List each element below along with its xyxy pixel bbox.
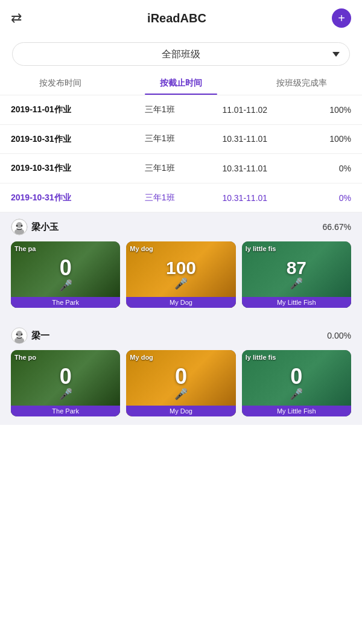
assignment-class: 三年1班 bbox=[124, 133, 195, 144]
svg-point-9 bbox=[16, 334, 18, 336]
assignment-class: 三年1班 bbox=[124, 193, 195, 203]
assignment-title: 2019-10-31作业 bbox=[11, 133, 124, 145]
student-name-row-2: 梁一 bbox=[11, 327, 49, 344]
assignment-date: 10.31-11.01 bbox=[195, 134, 295, 144]
add-button[interactable]: + bbox=[332, 8, 351, 28]
tab-class-rate[interactable]: 按班级完成率 bbox=[241, 72, 362, 95]
books-row-2: The po 0 🎤 The Park My dog 0 🎤 My Dog ly… bbox=[11, 350, 351, 416]
assignment-class: 三年1班 bbox=[124, 104, 195, 115]
microphone-icon: 🎤 bbox=[290, 277, 303, 290]
student-name-1: 梁小玉 bbox=[31, 222, 59, 233]
microphone-icon: 🎤 bbox=[174, 277, 188, 290]
student-header-2: 梁一 0.00% bbox=[11, 327, 351, 344]
book-label: The Park bbox=[11, 406, 120, 416]
table-row[interactable]: 2019-10-31作业 三年1班 10.31-11.01 100% bbox=[0, 125, 362, 155]
assignment-date: 10.31-11.01 bbox=[195, 193, 295, 203]
assignment-list: 2019-11-01作业 三年1班 11.01-11.02 100% 2019-… bbox=[0, 95, 362, 212]
student-rate-2: 0.00% bbox=[327, 331, 351, 340]
tab-deadline-time[interactable]: 按截止时间 bbox=[121, 72, 241, 95]
section-divider bbox=[0, 316, 362, 321]
student-section-2: 梁一 0.00% The po 0 🎤 The Park My dog 0 🎤 … bbox=[0, 321, 362, 425]
book-score: 0 bbox=[175, 366, 187, 387]
student-avatar-2 bbox=[11, 327, 28, 344]
table-row[interactable]: 2019-10-31作业 三年1班 10.31-11.01 0% bbox=[0, 183, 362, 213]
assignment-rate: 100% bbox=[294, 134, 351, 144]
microphone-icon: 🎤 bbox=[174, 387, 188, 401]
assignment-rate: 0% bbox=[294, 164, 351, 173]
book-score: 87 bbox=[287, 259, 306, 277]
book-label: My Dog bbox=[126, 297, 235, 308]
book-score: 0 bbox=[60, 366, 72, 387]
table-row[interactable]: 2019-10-31作业 三年1班 10.31-11.01 0% bbox=[0, 154, 362, 183]
assignment-rate: 100% bbox=[294, 105, 351, 115]
student-header-1: 梁小玉 66.67% bbox=[11, 218, 351, 235]
book-card-dog-2[interactable]: My dog 0 🎤 My Dog bbox=[126, 350, 235, 416]
student-name-2: 梁一 bbox=[31, 330, 49, 342]
tabs-bar: 按发布时间 按截止时间 按班级完成率 bbox=[0, 72, 362, 95]
microphone-icon: 🎤 bbox=[59, 279, 72, 292]
dropdown-row: 全部班级 bbox=[0, 36, 362, 72]
assignment-date: 11.01-11.02 bbox=[195, 105, 295, 115]
book-card-park-1[interactable]: The pa 0 🎤 The Park bbox=[11, 241, 120, 308]
book-card-dog-1[interactable]: My dog 100 🎤 My Dog bbox=[126, 241, 235, 308]
book-score: 0 bbox=[60, 257, 72, 279]
svg-point-5 bbox=[21, 225, 23, 227]
assignment-rate: 0% bbox=[294, 193, 351, 203]
book-label: My Little Fish bbox=[242, 297, 351, 308]
class-dropdown[interactable]: 全部班级 bbox=[12, 42, 350, 66]
svg-point-4 bbox=[16, 225, 18, 227]
student-rate-1: 66.67% bbox=[323, 222, 351, 232]
assignment-title: 2019-10-31作业 bbox=[11, 192, 124, 204]
table-row[interactable]: 2019-11-01作业 三年1班 11.01-11.02 100% bbox=[0, 95, 362, 125]
header: ⇄ iReadABC + bbox=[0, 0, 362, 36]
svg-point-10 bbox=[21, 334, 23, 336]
student-name-row-1: 梁小玉 bbox=[11, 218, 59, 235]
book-score: 100 bbox=[166, 259, 196, 277]
assignment-date: 10.31-11.01 bbox=[195, 164, 295, 173]
book-card-park-2[interactable]: The po 0 🎤 The Park bbox=[11, 350, 120, 416]
app-title: iReadABC bbox=[147, 11, 206, 25]
book-label: My Little Fish bbox=[242, 406, 351, 416]
assignment-title: 2019-11-01作业 bbox=[11, 104, 124, 116]
book-label: The Park bbox=[11, 297, 120, 308]
student-avatar-1 bbox=[11, 218, 28, 235]
microphone-icon: 🎤 bbox=[290, 387, 303, 401]
tab-publish-time[interactable]: 按发布时间 bbox=[0, 72, 121, 95]
assignment-class: 三年1班 bbox=[124, 163, 195, 174]
book-score: 0 bbox=[290, 366, 302, 387]
books-row-1: The pa 0 🎤 The Park My dog 100 🎤 My Dog … bbox=[11, 241, 351, 308]
microphone-icon: 🎤 bbox=[59, 387, 72, 401]
swap-icon[interactable]: ⇄ bbox=[11, 10, 22, 26]
book-card-fish-1[interactable]: ly little fis 87 🎤 My Little Fish bbox=[242, 241, 351, 308]
book-label: My Dog bbox=[126, 406, 235, 416]
book-card-fish-2[interactable]: ly little fis 0 🎤 My Little Fish bbox=[242, 350, 351, 416]
student-section-1: 梁小玉 66.67% The pa 0 🎤 The Park My dog 10… bbox=[0, 212, 362, 316]
assignment-title: 2019-10-31作业 bbox=[11, 162, 124, 174]
